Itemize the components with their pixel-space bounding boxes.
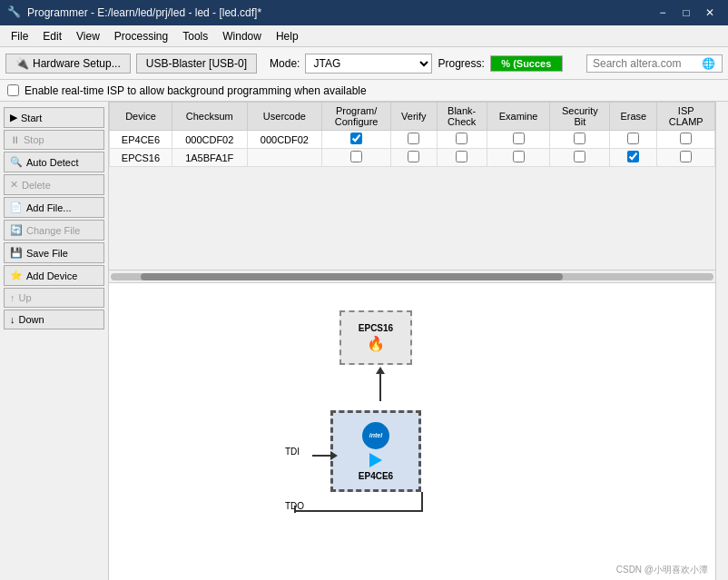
table-cell-verify-0[interactable] xyxy=(391,131,438,149)
table-cell-examine-0[interactable] xyxy=(487,131,550,149)
down-icon: ↓ xyxy=(10,314,15,325)
hardware-setup-button[interactable]: 🔌 Hardware Setup... xyxy=(5,54,131,74)
minimize-button[interactable]: − xyxy=(652,4,674,22)
stop-button[interactable]: ⏸ Stop xyxy=(4,130,104,150)
app-icon: 🔧 xyxy=(7,5,22,20)
save-file-icon: 💾 xyxy=(10,247,23,259)
menu-window[interactable]: Window xyxy=(215,28,269,44)
horizontal-scrollbar-area xyxy=(109,270,715,282)
table-cell-isp-clamp-0[interactable] xyxy=(657,131,715,149)
intel-label: intel xyxy=(369,432,382,438)
table-cell-program-1[interactable] xyxy=(322,149,391,167)
hw-setup-label: Hardware Setup... xyxy=(33,57,121,70)
close-button[interactable]: ✕ xyxy=(699,4,721,22)
ep4ce6-chip: intel EP4CE6 xyxy=(330,410,421,492)
menu-help[interactable]: Help xyxy=(269,28,306,44)
isp-label: Enable real-time ISP to allow background… xyxy=(25,84,367,97)
table-cell-examine-1[interactable] xyxy=(487,149,550,167)
table-cell: EPCS16 xyxy=(110,149,172,167)
arrow-head xyxy=(376,367,385,374)
tdi-label: TDI xyxy=(285,447,300,457)
verify-1-checkbox[interactable] xyxy=(408,151,419,162)
add-device-button[interactable]: ⭐ Add Device xyxy=(4,265,104,286)
verify-0-checkbox[interactable] xyxy=(408,133,419,144)
menu-tools[interactable]: Tools xyxy=(175,28,215,44)
menu-file[interactable]: File xyxy=(4,28,35,44)
table-cell-erase-0[interactable] xyxy=(610,131,657,149)
table-cell-program-0[interactable] xyxy=(322,131,391,149)
tdo-end-line xyxy=(294,506,296,513)
hw-setup-icon: 🔌 xyxy=(15,57,29,70)
menu-processing[interactable]: Processing xyxy=(107,28,175,44)
up-button[interactable]: ↑ Up xyxy=(4,288,104,308)
examine-1-checkbox[interactable] xyxy=(513,151,525,162)
mode-label: Mode: xyxy=(270,57,300,70)
progress-label: Progress: xyxy=(438,57,484,70)
table-cell: 1A5BFA1F xyxy=(172,149,247,167)
col-usercode: Usercode xyxy=(247,103,322,131)
security-bit-0-checkbox[interactable] xyxy=(574,133,585,144)
isp-clamp-0-checkbox[interactable] xyxy=(680,133,692,144)
tdi-arrow-head xyxy=(330,451,338,460)
isp-checkbox[interactable] xyxy=(7,84,19,96)
security-bit-1-checkbox[interactable] xyxy=(574,151,585,162)
col-program: Program/Configure xyxy=(322,103,391,131)
table-cell-blank-check-1[interactable] xyxy=(437,149,487,167)
search-box[interactable]: 🌐 xyxy=(586,54,723,73)
right-scrollbar[interactable] xyxy=(715,102,728,580)
auto-detect-button[interactable]: 🔍 Auto Detect xyxy=(4,152,104,172)
menu-view[interactable]: View xyxy=(69,28,107,44)
table-area: Device Checksum Usercode Program/Configu… xyxy=(109,102,715,283)
blank-check-1-checkbox[interactable] xyxy=(456,151,467,162)
table-cell: 000CDF02 xyxy=(172,131,247,149)
delete-button[interactable]: ✕ Delete xyxy=(4,174,104,195)
search-input[interactable] xyxy=(593,57,702,70)
save-file-button[interactable]: 💾 Save File xyxy=(4,242,104,263)
col-isp-clamp: ISPCLAMP xyxy=(657,103,715,131)
toolbar: 🔌 Hardware Setup... USB-Blaster [USB-0] … xyxy=(0,47,728,80)
program-0-checkbox[interactable] xyxy=(350,133,362,144)
arrow-line xyxy=(379,374,381,401)
table-cell-verify-1[interactable] xyxy=(391,149,438,167)
erase-0-checkbox[interactable] xyxy=(627,133,639,144)
isp-clamp-1-checkbox[interactable] xyxy=(680,151,692,162)
program-1-checkbox[interactable] xyxy=(350,151,362,162)
chip-diagram: EPCS16 🔥 intel EP4CE6 TDI xyxy=(285,310,539,510)
menu-bar: File Edit View Processing Tools Window H… xyxy=(0,25,728,47)
table-cell-isp-clamp-1[interactable] xyxy=(657,149,715,167)
down-button[interactable]: ↓ Down xyxy=(4,310,104,329)
content-area: Device Checksum Usercode Program/Configu… xyxy=(109,102,715,580)
erase-1-checkbox[interactable] xyxy=(627,151,639,162)
menu-edit[interactable]: Edit xyxy=(35,28,69,44)
table-cell: 000CDF02 xyxy=(247,131,322,149)
start-icon: ▶ xyxy=(10,112,17,123)
tdi-arrow xyxy=(312,451,338,460)
table-cell-security-bit-1[interactable] xyxy=(550,149,610,167)
play-icon xyxy=(369,453,382,467)
table-cell-erase-1[interactable] xyxy=(610,149,657,167)
auto-detect-icon: 🔍 xyxy=(10,156,23,168)
col-device: Device xyxy=(110,103,172,131)
scrollbar-thumb xyxy=(141,273,563,280)
diagram-area[interactable]: EPCS16 🔥 intel EP4CE6 TDI xyxy=(109,283,715,580)
change-file-button[interactable]: 🔄 Change File xyxy=(4,220,104,241)
usb-blaster-button[interactable]: USB-Blaster [USB-0] xyxy=(136,54,257,74)
col-verify: Verify xyxy=(391,103,438,131)
examine-0-checkbox[interactable] xyxy=(513,133,525,144)
maximize-button[interactable]: □ xyxy=(675,4,697,22)
mode-select[interactable]: JTAG Active Serial Passive Serial xyxy=(305,54,432,74)
table-cell-blank-check-0[interactable] xyxy=(437,131,487,149)
title-text: Programmer - E:/learn/led/prj/led - led … xyxy=(27,6,652,19)
device-table[interactable]: Device Checksum Usercode Program/Configu… xyxy=(109,102,715,270)
epcs16-chip: EPCS16 🔥 xyxy=(339,310,412,365)
main-area: ▶ Start ⏸ Stop 🔍 Auto Detect ✕ Delete 📄 … xyxy=(0,102,728,580)
title-bar: 🔧 Programmer - E:/learn/led/prj/led - le… xyxy=(0,0,728,25)
blank-check-0-checkbox[interactable] xyxy=(456,133,467,144)
delete-icon: ✕ xyxy=(10,179,18,191)
table-cell-security-bit-0[interactable] xyxy=(550,131,610,149)
horizontal-scrollbar[interactable] xyxy=(111,273,713,280)
start-button[interactable]: ▶ Start xyxy=(4,107,104,128)
epcs16-label: EPCS16 xyxy=(359,323,393,333)
window-controls: − □ ✕ xyxy=(652,4,721,22)
add-file-button[interactable]: 📄 Add File... xyxy=(4,197,104,218)
